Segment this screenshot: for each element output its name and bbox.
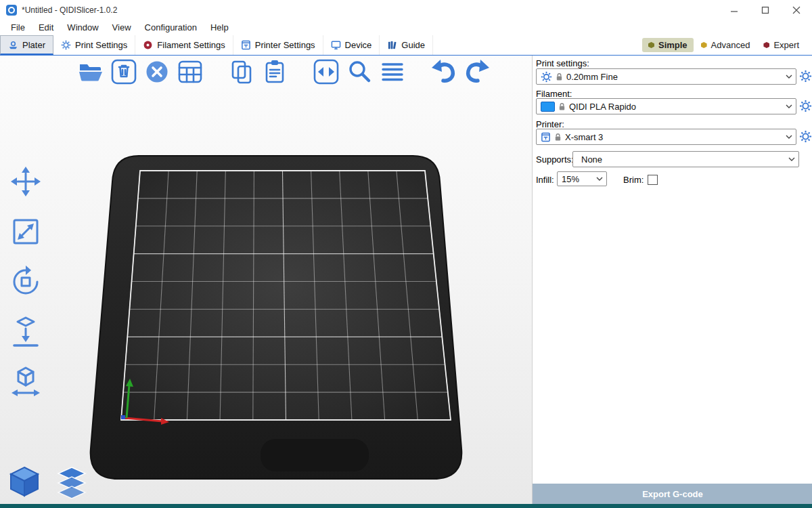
search-button[interactable] bbox=[344, 57, 374, 87]
infill-label: Infill: bbox=[536, 175, 554, 185]
supports-combo[interactable]: None bbox=[572, 151, 799, 167]
copy-button[interactable] bbox=[227, 57, 256, 87]
rotate-gizmo-button[interactable] bbox=[8, 264, 43, 299]
tab-plater[interactable]: Plater bbox=[0, 35, 53, 55]
tab-bar: Plater Print Settings Filament Settings … bbox=[0, 35, 812, 56]
expert-mode-dot-icon bbox=[763, 42, 769, 48]
advanced-mode-dot-icon bbox=[701, 42, 707, 48]
variable-layer-height-button[interactable] bbox=[378, 57, 407, 87]
filament-label: Filament: bbox=[536, 89, 572, 99]
tab-guide-label: Guide bbox=[401, 40, 425, 50]
tab-printer-settings[interactable]: Printer Settings bbox=[233, 35, 323, 55]
split-icon bbox=[313, 58, 340, 85]
redo-arrow-icon bbox=[464, 58, 491, 85]
chevron-down-icon bbox=[783, 130, 795, 144]
tab-filament-settings-label: Filament Settings bbox=[157, 40, 225, 50]
close-icon bbox=[792, 6, 800, 14]
filament-value: QIDI PLA Rapido bbox=[569, 102, 636, 112]
preview-layers-view-button[interactable] bbox=[53, 463, 91, 501]
layers-preview-icon bbox=[54, 465, 89, 500]
view-toolbar bbox=[5, 463, 91, 501]
chevron-down-icon bbox=[786, 152, 798, 166]
menu-view[interactable]: View bbox=[106, 20, 138, 35]
menu-edit[interactable]: Edit bbox=[32, 20, 60, 35]
printer-value: X-smart 3 bbox=[565, 132, 603, 142]
tab-print-settings[interactable]: Print Settings bbox=[53, 35, 135, 55]
filament-gear-button[interactable] bbox=[799, 100, 812, 112]
maximize-icon bbox=[761, 6, 769, 14]
maximize-button[interactable] bbox=[750, 0, 781, 20]
mode-switcher: Simple Advanced Expert bbox=[642, 35, 812, 55]
tab-guide[interactable]: Guide bbox=[380, 35, 433, 55]
cube-3d-view-icon bbox=[7, 465, 42, 500]
supports-value: None bbox=[581, 154, 602, 165]
scale-icon bbox=[9, 215, 43, 249]
export-gcode-button[interactable]: Export G-code bbox=[533, 484, 812, 504]
place-on-face-icon bbox=[9, 315, 43, 349]
brim-checkbox[interactable] bbox=[648, 175, 658, 185]
menu-help[interactable]: Help bbox=[204, 20, 235, 35]
tab-filament-settings[interactable]: Filament Settings bbox=[135, 35, 233, 55]
tab-device[interactable]: Device bbox=[323, 35, 380, 55]
printer-gear-button[interactable] bbox=[799, 130, 812, 143]
3d-viewport[interactable] bbox=[0, 56, 532, 504]
mode-expert[interactable]: Expert bbox=[757, 38, 805, 52]
paste-clipboard-icon bbox=[261, 58, 288, 85]
paste-button[interactable] bbox=[260, 57, 290, 87]
undo-button[interactable] bbox=[429, 57, 459, 87]
print-settings-label: Print settings: bbox=[536, 58, 589, 68]
measure-gizmo-button[interactable] bbox=[8, 364, 43, 400]
search-icon bbox=[346, 58, 373, 85]
3d-editor-view-button[interactable] bbox=[5, 463, 43, 501]
mode-simple[interactable]: Simple bbox=[642, 38, 694, 52]
filament-color-swatch bbox=[541, 102, 555, 112]
minimize-icon bbox=[730, 6, 738, 14]
arrange-button[interactable] bbox=[175, 57, 205, 87]
minimize-button[interactable] bbox=[719, 0, 750, 20]
undo-arrow-icon bbox=[430, 58, 457, 85]
brim-label: Brim: bbox=[623, 175, 644, 185]
printer-combo[interactable]: X-smart 3 bbox=[536, 129, 796, 145]
redo-button[interactable] bbox=[462, 57, 492, 87]
trash-icon bbox=[110, 58, 137, 85]
chevron-down-icon bbox=[783, 100, 795, 113]
layer-lines-icon bbox=[379, 58, 406, 85]
copy-icon bbox=[228, 58, 255, 85]
menu-configuration[interactable]: Configuration bbox=[138, 20, 204, 35]
menu-window[interactable]: Window bbox=[60, 20, 105, 35]
menu-bar: File Edit Window View Configuration Help bbox=[0, 20, 812, 35]
infill-combo[interactable]: 15% bbox=[557, 171, 607, 186]
object-toolbar bbox=[76, 57, 492, 87]
guide-book-icon bbox=[387, 40, 397, 50]
tab-print-settings-label: Print Settings bbox=[75, 40, 127, 50]
window-controls bbox=[719, 0, 812, 20]
split-button[interactable] bbox=[311, 57, 341, 87]
mode-simple-label: Simple bbox=[658, 40, 687, 50]
arrange-grid-icon bbox=[177, 58, 204, 85]
menu-file[interactable]: File bbox=[4, 20, 32, 35]
delete-button[interactable] bbox=[109, 57, 139, 87]
place-on-face-gizmo-button[interactable] bbox=[8, 314, 43, 350]
lock-icon bbox=[558, 102, 566, 111]
title-bar: *Untitled - QIDISlicer-1.0.2 bbox=[0, 0, 812, 20]
print-settings-combo[interactable]: 0.20mm Fine bbox=[536, 68, 796, 85]
chevron-down-icon bbox=[593, 173, 606, 185]
mode-advanced[interactable]: Advanced bbox=[695, 38, 757, 52]
printer-label: Printer: bbox=[536, 119, 564, 129]
gear-icon bbox=[541, 71, 552, 83]
filament-combo[interactable]: QIDI PLA Rapido bbox=[536, 98, 796, 114]
print-bed bbox=[0, 56, 532, 504]
rotate-icon bbox=[9, 265, 43, 299]
mode-advanced-label: Advanced bbox=[711, 40, 750, 50]
supports-label: Supports: bbox=[536, 154, 574, 165]
plater-icon bbox=[8, 40, 18, 50]
close-button[interactable] bbox=[781, 0, 812, 20]
tab-device-label: Device bbox=[345, 40, 372, 50]
open-button[interactable] bbox=[76, 57, 106, 87]
window-title: *Untitled - QIDISlicer-1.0.2 bbox=[22, 5, 117, 15]
move-gizmo-button[interactable] bbox=[8, 164, 43, 199]
scale-gizmo-button[interactable] bbox=[8, 214, 43, 249]
delete-all-button[interactable] bbox=[142, 57, 172, 87]
print-settings-gear-button[interactable] bbox=[799, 70, 812, 83]
open-folder-icon bbox=[77, 58, 104, 85]
